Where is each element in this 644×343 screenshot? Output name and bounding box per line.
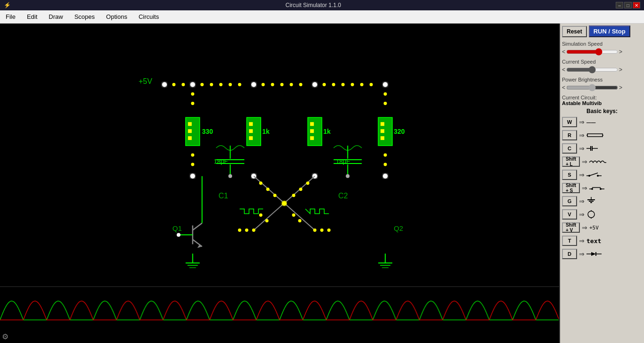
menu-circuits[interactable]: Circuits (137, 12, 161, 21)
menu-draw[interactable]: Draw (47, 12, 65, 21)
key-row-d: D ⇒ (562, 249, 642, 259)
capacitor-icon (586, 145, 598, 152)
key-row-g: G ⇒ (562, 196, 642, 206)
key-row-s: S ⇒ (562, 170, 642, 180)
svg-rect-36 (380, 129, 384, 133)
svg-point-113 (245, 229, 248, 232)
settings-icon[interactable]: ⚙ (2, 332, 8, 341)
svg-point-88 (322, 83, 326, 86)
key-shift-v[interactable]: Shift+ V (562, 222, 580, 233)
app-icon: ⚡ (4, 2, 11, 8)
svg-rect-29 (310, 136, 314, 140)
menu-scopes[interactable]: Scopes (73, 12, 97, 21)
svg-rect-9 (186, 117, 200, 146)
key-shift-l[interactable]: Shift+ L (562, 156, 580, 167)
svg-point-85 (280, 83, 283, 86)
sim-speed-slider[interactable] (566, 50, 618, 54)
svg-point-80 (219, 83, 223, 86)
svg-point-99 (384, 102, 387, 105)
svg-rect-17 (247, 117, 261, 146)
key-d[interactable]: D (562, 249, 577, 259)
svg-line-128 (589, 173, 598, 176)
svg-point-92 (360, 83, 363, 86)
svg-point-65 (177, 233, 181, 237)
key-c[interactable]: C (562, 143, 577, 154)
run-stop-button[interactable]: RUN / Stop (589, 25, 630, 37)
svg-text:Q2: Q2 (394, 224, 403, 232)
menu-options[interactable]: Options (104, 12, 129, 21)
svg-point-79 (210, 83, 213, 86)
svg-point-58 (282, 201, 287, 206)
diode-icon (586, 251, 602, 257)
scope-area (0, 286, 559, 343)
svg-point-101 (384, 163, 387, 166)
svg-text:1k: 1k (262, 128, 270, 135)
svg-point-105 (292, 194, 295, 197)
wire-icon: —— (586, 118, 595, 127)
svg-point-132 (591, 188, 593, 190)
cur-speed-left-arrow[interactable]: < (562, 66, 565, 73)
key-row-w: W ⇒ —— (562, 117, 642, 127)
svg-point-106 (299, 188, 302, 191)
cur-speed-right-arrow[interactable]: > (619, 66, 622, 73)
sim-speed-left-arrow[interactable]: < (562, 49, 565, 55)
svg-text:1k: 1k (323, 128, 331, 135)
key-g[interactable]: G (562, 196, 577, 206)
canvas-area[interactable]: +5V 330 1k (0, 24, 560, 343)
svg-text:C1: C1 (218, 192, 228, 200)
key-row-r: R ⇒ (562, 130, 642, 140)
svg-point-93 (370, 83, 373, 86)
basic-keys-title: Basic keys: (562, 108, 642, 114)
minimize-button[interactable]: – (616, 2, 623, 8)
svg-point-94 (191, 92, 194, 96)
key-row-c: C ⇒ (562, 143, 642, 154)
svg-rect-13 (188, 136, 192, 140)
switch2-icon (589, 185, 604, 191)
pow-bright-left-arrow[interactable]: < (562, 84, 565, 91)
svg-point-87 (299, 83, 302, 86)
pow-bright-slider[interactable] (566, 86, 618, 90)
sim-speed-right-arrow[interactable]: > (619, 49, 622, 55)
window-title: Circuit Simulator 1.1.0 (11, 2, 616, 8)
svg-rect-118 (587, 134, 603, 137)
key-row-shift-v: Shift+ V ⇒ +5V (562, 222, 642, 233)
svg-point-104 (273, 194, 277, 197)
key-r[interactable]: R (562, 130, 577, 140)
svg-text:Q1: Q1 (173, 224, 182, 232)
close-button[interactable]: ✕ (633, 2, 640, 8)
svg-text:C2: C2 (339, 192, 348, 200)
svg-point-110 (292, 213, 295, 217)
key-row-shift-s: Shift+ S ⇒ (562, 183, 642, 193)
menu-file[interactable]: File (4, 12, 17, 21)
cur-speed-label: Current Speed (562, 59, 642, 65)
key-v[interactable]: V (562, 209, 577, 220)
svg-point-109 (265, 219, 269, 222)
menu-edit[interactable]: Edit (25, 12, 39, 21)
reset-button[interactable]: Reset (562, 26, 587, 37)
svg-point-103 (266, 188, 270, 191)
key-t[interactable]: T (562, 236, 577, 246)
cur-speed-slider[interactable] (566, 68, 618, 72)
circuit-name: Astable Multivib (562, 100, 642, 106)
switch-icon (586, 172, 602, 178)
key-row-v: V ⇒ (562, 209, 642, 220)
pow-bright-right-arrow[interactable]: > (619, 84, 622, 91)
key-shift-s[interactable]: Shift+ S (562, 183, 580, 193)
svg-point-90 (341, 83, 345, 86)
svg-point-102 (259, 181, 263, 185)
maximize-button[interactable]: □ (624, 2, 632, 8)
key-row-t: T ⇒ text (562, 236, 642, 246)
pow-bright-label: Power Brightness (562, 77, 642, 82)
key-w[interactable]: W (562, 117, 577, 127)
svg-marker-144 (591, 252, 596, 256)
svg-rect-37 (380, 136, 384, 140)
svg-point-116 (320, 229, 323, 232)
voltage5-icon: +5V (589, 225, 599, 231)
svg-text:+5V: +5V (139, 77, 152, 85)
svg-point-76 (172, 83, 175, 86)
text-icon: text (586, 237, 601, 245)
svg-point-97 (191, 163, 194, 166)
key-s[interactable]: S (562, 170, 577, 180)
menubar: File Edit Draw Scopes Options Circuits (0, 10, 644, 24)
svg-text:320: 320 (394, 128, 405, 135)
